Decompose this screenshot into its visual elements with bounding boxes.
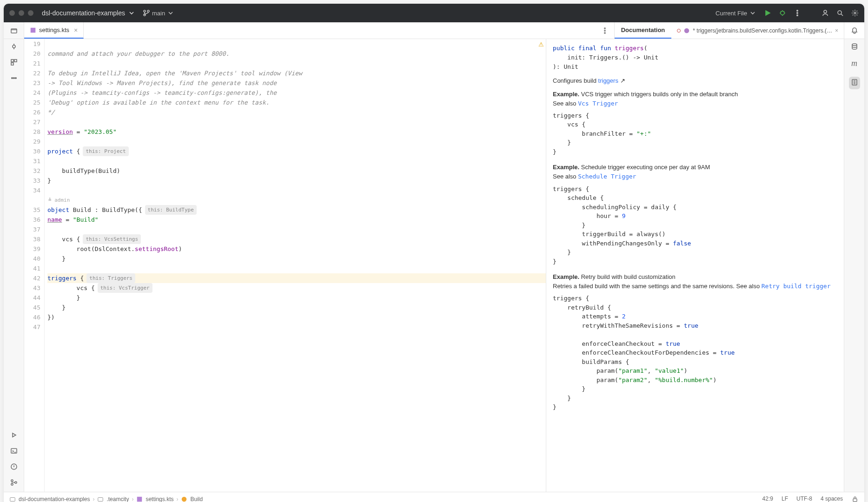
code-example-3: triggers { retryBuild { attempts = 2 ret… [553,294,837,412]
svg-rect-19 [11,63,13,65]
class-icon [181,496,187,502]
more-tools-icon[interactable] [10,74,18,82]
maximize-window-icon[interactable] [28,10,33,16]
example-1: Example. VCS trigger which triggers buil… [553,90,837,99]
svg-point-7 [824,10,827,13]
tab-label: settings.kts [39,26,69,33]
breadcrumb-item[interactable]: .teamcity [106,496,129,502]
line-separator[interactable]: LF [782,495,788,502]
project-name-label: dsl-documentation-examples [42,9,125,17]
file-encoding[interactable]: UTF-8 [796,495,812,502]
close-tab-icon[interactable]: × [74,26,78,34]
statusbar: dsl-documentation-examples › .teamcity ›… [4,492,864,502]
terminal-tool-icon[interactable] [10,447,18,455]
triggers-link[interactable]: triggers [598,77,618,84]
chevron-right-icon: › [132,496,133,502]
editor-tabs-menu[interactable] [596,22,614,39]
code-example-2: triggers { schedule { schedulingPolicy =… [553,185,837,266]
svg-point-8 [838,11,841,14]
commit-tool-icon[interactable] [10,43,18,50]
structure-tool-icon[interactable] [10,59,18,66]
vcs-trigger-link[interactable]: Vcs Trigger [578,100,618,107]
branch-selector[interactable]: main [143,9,174,17]
documentation-pane: public final fun triggers( init: Trigger… [546,39,844,492]
database-tool-icon[interactable] [851,43,858,50]
maven-tool-icon[interactable]: m [851,59,857,68]
example-2: Example. Schedule trigger executing once… [553,163,837,172]
svg-point-12 [604,27,605,28]
chevron-right-icon: › [93,496,94,502]
svg-point-9 [854,12,856,14]
svg-point-0 [144,10,146,12]
svg-point-5 [797,13,798,13]
code-with-me-icon[interactable] [822,9,829,17]
editor-pane[interactable]: ⚠ 19202122232425262728293031323334353637… [24,39,546,492]
documentation-subtab[interactable]: * triggers(jetbrains.buildServer.configs… [671,22,844,39]
function-icon [683,27,690,34]
notifications-icon[interactable] [851,27,858,34]
close-tab-icon[interactable]: × [835,27,838,34]
breadcrumb-item[interactable]: Build [190,496,203,502]
run-config-selector[interactable]: Current File [716,9,756,17]
example-3: Example. Retry build with build customiz… [553,272,837,282]
debug-icon[interactable] [779,9,786,17]
cursor-position[interactable]: 42:9 [762,495,773,502]
svg-point-6 [797,15,798,16]
more-icon [601,27,609,34]
svg-rect-35 [853,499,857,502]
editor-tab-settings-kts[interactable]: settings.kts × [24,22,84,39]
search-icon[interactable] [836,9,844,17]
right-toolbar: m [844,39,864,492]
doc-subtab-label: * triggers(jetbrains.buildServer.configs… [693,27,832,34]
line-number-gutter: 1920212223242526272829303132333435363738… [24,39,45,492]
see-also-2: See also Schedule Trigger [553,172,837,181]
indent-setting[interactable]: 4 spaces [821,495,843,502]
branch-name-label: main [152,10,165,17]
doc-description: Configures build triggers ↗ [553,76,837,86]
code-area[interactable]: command and attach your debugger to the … [45,39,546,492]
project-selector[interactable]: dsl-documentation-examples [42,9,135,17]
kotlin-file-icon [30,27,36,33]
git-tool-icon[interactable] [10,479,18,486]
breadcrumb-item[interactable]: dsl-documentation-examples [19,496,90,502]
chevron-down-icon [128,9,135,17]
settings-icon[interactable] [851,9,859,17]
documentation-tab-label: Documentation [621,26,665,33]
chevron-right-icon: › [176,496,178,502]
window-controls[interactable] [9,10,33,16]
svg-point-21 [13,78,14,79]
titlebar: dsl-documentation-examples main Current … [4,4,864,22]
minimize-window-icon[interactable] [19,10,24,16]
svg-point-34 [182,496,187,502]
svg-point-4 [797,10,798,11]
project-tool-icon[interactable] [10,27,18,34]
more-icon[interactable] [794,9,801,17]
svg-rect-31 [10,497,15,501]
svg-rect-18 [14,59,17,62]
services-tool-icon[interactable] [10,431,18,439]
svg-point-27 [11,483,13,485]
svg-rect-33 [137,496,142,502]
svg-point-22 [15,78,16,79]
run-icon[interactable] [764,9,771,17]
breadcrumb[interactable]: dsl-documentation-examples › .teamcity ›… [9,496,203,502]
documentation-tab[interactable]: Documentation [615,22,672,39]
problems-tool-icon[interactable] [10,463,18,470]
kotlin-file-icon [136,496,143,502]
retry-build-trigger-link[interactable]: Retry build trigger [762,283,831,290]
svg-point-14 [604,32,605,33]
current-file-label: Current File [716,10,747,17]
code-example-1: triggers { vcs { branchFilter = "+:" } } [553,111,837,157]
schedule-trigger-link[interactable]: Schedule Trigger [578,173,636,180]
left-toolbar [4,39,24,492]
svg-point-13 [604,30,605,31]
svg-point-2 [147,10,149,12]
svg-point-16 [13,45,15,48]
documentation-tool-icon[interactable] [851,79,858,86]
close-window-icon[interactable] [9,10,15,16]
see-also-1: See also Vcs Trigger [553,99,837,108]
breadcrumb-item[interactable]: settings.kts [146,496,173,502]
svg-point-20 [11,78,12,79]
svg-point-26 [11,480,13,482]
lock-icon[interactable] [851,495,859,502]
